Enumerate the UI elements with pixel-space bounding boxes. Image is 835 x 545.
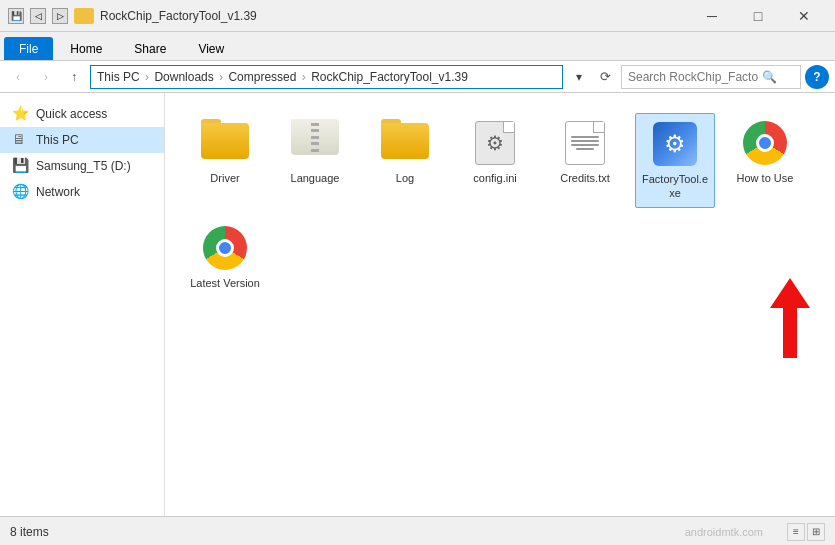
arrow-shaft (783, 308, 797, 358)
arrow-head (770, 278, 810, 308)
tab-view[interactable]: View (183, 37, 239, 60)
sidebar-label-samsung: Samsung_T5 (D:) (36, 159, 131, 173)
exe-icon-factorytool: ⚙ (651, 120, 699, 168)
sidebar-label-network: Network (36, 185, 80, 199)
window-title: RockChip_FactoryTool_v1.39 (100, 9, 257, 23)
maximize-button[interactable]: □ (735, 0, 781, 32)
window-controls: ─ □ ✕ (689, 0, 827, 32)
file-item-factorytool[interactable]: ⚙ FactoryTool.exe (635, 113, 715, 208)
status-right: androidmtk.com ≡ ⊞ (685, 523, 825, 541)
txt-icon (561, 119, 609, 167)
ribbon: File Home Share View (0, 32, 835, 61)
sidebar-item-network[interactable]: 🌐 Network (0, 179, 164, 205)
sidebar-item-samsung[interactable]: 💾 Samsung_T5 (D:) (0, 153, 164, 179)
back-icon-title[interactable]: ◁ (30, 8, 46, 24)
save-icon[interactable]: 💾 (8, 8, 24, 24)
close-button[interactable]: ✕ (781, 0, 827, 32)
drive-icon: 💾 (12, 157, 30, 175)
pc-icon: 🖥 (12, 131, 30, 149)
main-layout: ⭐ Quick access 🖥 This PC 💾 Samsung_T5 (D… (0, 93, 835, 516)
file-label-factorytool: FactoryTool.exe (640, 172, 710, 201)
breadcrumb-compressed[interactable]: Compressed (228, 70, 296, 84)
folder-icon-title (74, 8, 94, 24)
view-icon-grid[interactable]: ⊞ (807, 523, 825, 541)
tab-home[interactable]: Home (55, 37, 117, 60)
file-item-log[interactable]: Log (365, 113, 445, 191)
sidebar-label-this-pc: This PC (36, 133, 79, 147)
breadcrumb-rockchip[interactable]: RockChip_FactoryTool_v1.39 (311, 70, 468, 84)
files-grid: Driver (185, 113, 815, 296)
back-button[interactable]: ‹ (6, 65, 30, 89)
sidebar: ⭐ Quick access 🖥 This PC 💾 Samsung_T5 (D… (0, 93, 165, 516)
chrome-icon-howtouse (741, 119, 789, 167)
view-icon-list[interactable]: ≡ (787, 523, 805, 541)
file-label-howtouse: How to Use (737, 171, 794, 185)
tab-file[interactable]: File (4, 37, 53, 60)
file-item-credits[interactable]: Credits.txt (545, 113, 625, 191)
file-label-credits: Credits.txt (560, 171, 610, 185)
file-label-latest: Latest Version (190, 276, 260, 290)
star-icon: ⭐ (12, 105, 30, 123)
dropdown-button[interactable]: ▾ (567, 65, 591, 89)
watermark: androidmtk.com (685, 526, 763, 538)
file-label-config: config.ini (473, 171, 516, 185)
sidebar-item-this-pc[interactable]: 🖥 This PC (0, 127, 164, 153)
address-bar[interactable]: This PC › Downloads › Compressed › RockC… (90, 65, 563, 89)
folder-icon-driver (201, 119, 249, 167)
refresh-button[interactable]: ⟳ (593, 65, 617, 89)
file-label-log: Log (396, 171, 414, 185)
file-item-config[interactable]: ⚙ config.ini (455, 113, 535, 191)
search-input[interactable] (628, 70, 758, 84)
sidebar-label-quick-access: Quick access (36, 107, 107, 121)
chrome-icon-latest (201, 224, 249, 272)
config-icon: ⚙ (471, 119, 519, 167)
sidebar-item-quick-access[interactable]: ⭐ Quick access (0, 101, 164, 127)
gear-icon: ⚙ (486, 131, 504, 155)
help-button[interactable]: ? (805, 65, 829, 89)
item-count: 8 items (10, 525, 49, 539)
status-bar: 8 items androidmtk.com ≡ ⊞ (0, 516, 835, 545)
folder-icon-language (291, 119, 339, 167)
forward-button[interactable]: › (34, 65, 58, 89)
up-button[interactable]: ↑ (62, 65, 86, 89)
file-item-latest[interactable]: Latest Version (185, 218, 265, 296)
toolbar: ‹ › ↑ This PC › Downloads › Compressed ›… (0, 61, 835, 93)
title-bar: 💾 ◁ ▷ RockChip_FactoryTool_v1.39 ─ □ ✕ (0, 0, 835, 32)
content-area: Driver (165, 93, 835, 516)
search-bar[interactable]: 🔍 (621, 65, 801, 89)
breadcrumb-thispc[interactable]: This PC (97, 70, 140, 84)
tab-share[interactable]: Share (119, 37, 181, 60)
red-arrow (770, 278, 810, 358)
breadcrumb-downloads[interactable]: Downloads (154, 70, 213, 84)
address-text: This PC › Downloads › Compressed › RockC… (97, 70, 468, 84)
factory-gear-icon: ⚙ (664, 130, 686, 158)
file-item-language[interactable]: Language (275, 113, 355, 191)
forward-icon-title[interactable]: ▷ (52, 8, 68, 24)
view-icons: ≡ ⊞ (787, 523, 825, 541)
file-label-driver: Driver (210, 171, 239, 185)
search-icon: 🔍 (762, 70, 777, 84)
minimize-button[interactable]: ─ (689, 0, 735, 32)
network-icon: 🌐 (12, 183, 30, 201)
file-item-howtouse[interactable]: How to Use (725, 113, 805, 191)
folder-icon-log (381, 119, 429, 167)
file-item-driver[interactable]: Driver (185, 113, 265, 191)
file-label-language: Language (291, 171, 340, 185)
